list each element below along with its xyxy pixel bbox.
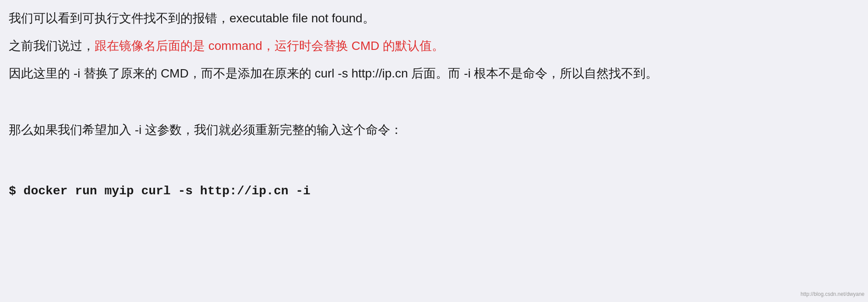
code-text: $ docker run myip curl -s http://ip.cn -… bbox=[9, 184, 311, 198]
paragraph-4: 那么如果我们希望加入 -i 这参数，我们就必须重新完整的输入这个命令： bbox=[9, 120, 841, 140]
spacer-1 bbox=[9, 101, 841, 120]
watermark: http://blog.csdn.net/dwyane bbox=[801, 290, 864, 298]
spacer-2 bbox=[9, 158, 841, 177]
p1-inline-code: executable file not found bbox=[229, 11, 363, 25]
paragraph-3: 因此这里的 -i 替换了原来的 CMD，而不是添加在原来的 curl -s ht… bbox=[9, 64, 841, 84]
p4-text: 那么如果我们希望加入 -i 这参数，我们就必须重新完整的输入这个命令： bbox=[9, 123, 402, 137]
p2-red-text: 跟在镜像名后面的是 command，运行时会替换 CMD 的默认值。 bbox=[95, 39, 444, 53]
p1-suffix: 。 bbox=[363, 11, 375, 25]
code-block: $ docker run myip curl -s http://ip.cn -… bbox=[9, 182, 841, 201]
paragraph-2: 之前我们说过，跟在镜像名后面的是 command，运行时会替换 CMD 的默认值… bbox=[9, 36, 841, 56]
p2-prefix: 之前我们说过， bbox=[9, 39, 95, 53]
p1-prefix: 我们可以看到可执行文件找不到的报错， bbox=[9, 11, 229, 25]
main-content: 我们可以看到可执行文件找不到的报错，executable file not fo… bbox=[9, 9, 841, 201]
p3-text: 因此这里的 -i 替换了原来的 CMD，而不是添加在原来的 curl -s ht… bbox=[9, 67, 658, 80]
paragraph-1: 我们可以看到可执行文件找不到的报错，executable file not fo… bbox=[9, 9, 841, 28]
